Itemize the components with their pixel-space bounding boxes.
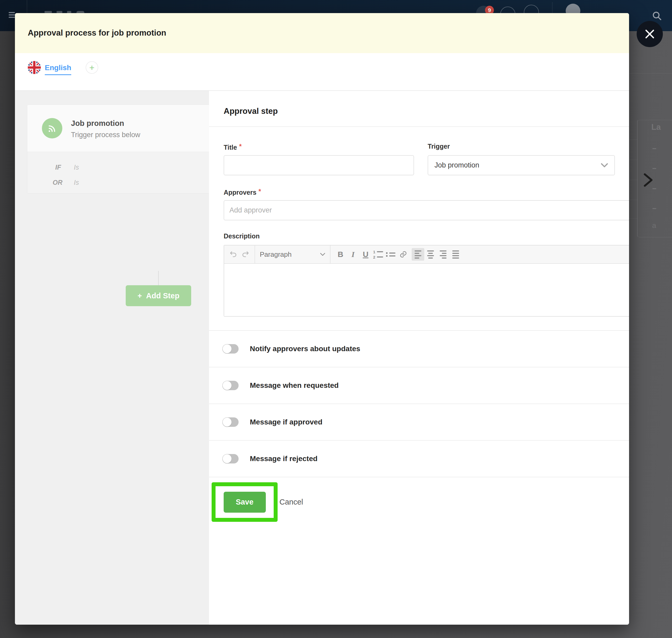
panel-heading: Approval step xyxy=(224,106,278,116)
annotation-highlight-box: Save xyxy=(212,482,278,522)
background-dash xyxy=(652,188,656,189)
align-center-button[interactable] xyxy=(424,248,437,261)
chevron-down-icon xyxy=(320,253,325,256)
redo-icon[interactable] xyxy=(239,248,252,261)
trigger-card-header: Job promotion Trigger process below xyxy=(27,105,209,152)
description-editor: Paragraph B I U 1 xyxy=(224,245,629,317)
trigger-conditions: IF Is OR Is xyxy=(27,152,209,194)
divider xyxy=(209,127,629,127)
toggle-row-message-requested: Message when requested xyxy=(209,367,629,404)
align-right-button[interactable] xyxy=(437,248,449,261)
message-if-rejected-toggle[interactable] xyxy=(222,454,239,464)
uk-flag-icon xyxy=(28,61,41,74)
required-marker: * xyxy=(239,142,242,150)
title-input[interactable] xyxy=(224,155,414,175)
message-if-approved-toggle[interactable] xyxy=(222,417,239,427)
background-faint-text: a xyxy=(652,221,656,230)
approvers-input[interactable] xyxy=(224,200,629,220)
language-bar: English + xyxy=(15,53,629,90)
bold-button[interactable]: B xyxy=(334,248,347,261)
condition-keyword: IF xyxy=(55,164,61,171)
save-button[interactable]: Save xyxy=(224,492,266,513)
add-language-button[interactable]: + xyxy=(86,61,98,74)
screen: 9 La a Approval process for job promotio… xyxy=(0,0,672,638)
title-label: Title* xyxy=(224,142,242,151)
condition-value: Is xyxy=(74,164,79,171)
logo-partial xyxy=(56,11,62,13)
description-label: Description xyxy=(224,232,260,240)
background-faint-text: La xyxy=(651,122,661,132)
notify-approvers-toggle[interactable] xyxy=(222,344,239,354)
add-step-label: Add Step xyxy=(146,291,179,300)
bullet-list-button[interactable] xyxy=(384,248,397,261)
hamburger-menu-icon[interactable] xyxy=(9,12,15,19)
paragraph-style-dropdown[interactable]: Paragraph xyxy=(255,248,330,261)
trigger-label: Trigger xyxy=(428,142,450,150)
background-dash xyxy=(652,168,656,169)
italic-button[interactable]: I xyxy=(347,248,359,261)
logo-partial xyxy=(45,11,52,13)
required-marker: * xyxy=(259,188,261,195)
trigger-icon xyxy=(42,118,62,138)
close-icon xyxy=(644,28,656,40)
flow-connector-line xyxy=(158,271,159,285)
undo-icon[interactable] xyxy=(227,248,239,261)
toggle-row-notify-approvers: Notify approvers about updates xyxy=(209,330,629,367)
justify-button[interactable] xyxy=(449,248,462,261)
condition-keyword: OR xyxy=(53,179,63,186)
background-row-line xyxy=(628,139,637,140)
description-textarea[interactable] xyxy=(224,264,629,316)
background-dash xyxy=(652,208,656,209)
background-line xyxy=(629,73,672,73)
trigger-card-title: Job promotion xyxy=(71,119,124,128)
divider xyxy=(209,477,629,477)
toggle-row-message-rejected: Message if rejected xyxy=(209,440,629,477)
search-icon[interactable] xyxy=(652,11,662,21)
modal-title: Approval process for job promotion xyxy=(28,28,166,38)
editor-toolbar: Paragraph B I U 1 xyxy=(224,246,629,264)
background-column-line xyxy=(637,120,638,237)
condition-value: Is xyxy=(74,179,79,186)
cancel-button[interactable]: Cancel xyxy=(279,482,303,522)
approval-step-panel: Approval step Title* Trigger Job promoti… xyxy=(209,91,629,625)
align-left-button[interactable] xyxy=(412,248,424,261)
language-tab-english[interactable]: English xyxy=(45,64,71,75)
numbered-list-button[interactable]: 1 2 xyxy=(372,248,384,261)
trigger-card-subtitle: Trigger process below xyxy=(71,131,141,139)
underline-button[interactable]: U xyxy=(359,248,372,261)
link-button[interactable] xyxy=(397,248,410,261)
background-row-line xyxy=(628,160,637,160)
modal-header: Approval process for job promotion xyxy=(15,13,629,53)
carousel-next-icon[interactable] xyxy=(641,172,655,188)
plus-icon: + xyxy=(137,291,142,300)
trigger-selected-value: Job promotion xyxy=(435,161,479,169)
background-dash xyxy=(652,148,656,149)
background-row-line xyxy=(628,200,637,200)
toggle-row-message-approved: Message if approved xyxy=(209,404,629,440)
add-step-button[interactable]: + Add Step xyxy=(126,285,191,306)
trigger-select[interactable]: Job promotion xyxy=(428,155,615,175)
approvers-label: Approvers* xyxy=(224,188,261,196)
approval-process-modal: Approval process for job promotion Engli… xyxy=(15,13,629,625)
chevron-down-icon xyxy=(601,163,608,168)
trigger-card[interactable]: Job promotion Trigger process below IF I… xyxy=(27,104,210,194)
workflow-panel: Job promotion Trigger process below IF I… xyxy=(15,91,209,625)
message-when-requested-toggle[interactable] xyxy=(222,381,239,390)
close-modal-button[interactable] xyxy=(637,21,663,47)
